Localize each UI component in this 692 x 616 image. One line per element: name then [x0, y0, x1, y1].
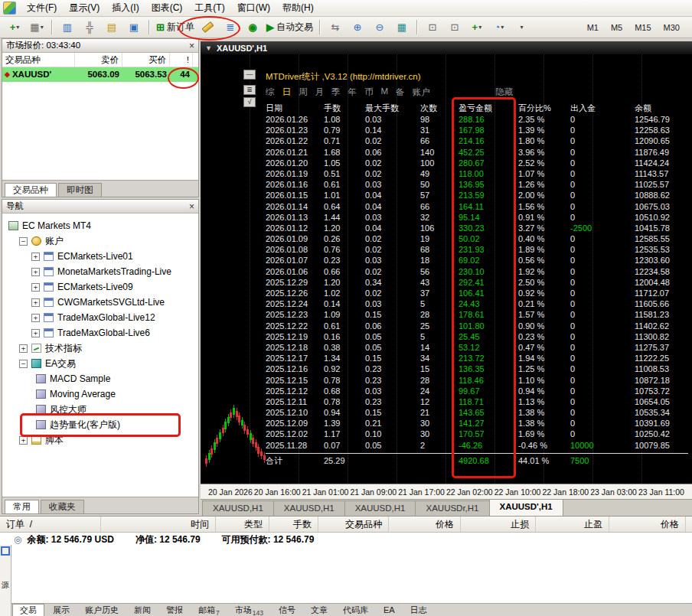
collapse-box-icon[interactable]: − — [19, 360, 28, 368]
add-indicator-button[interactable]: +▾ — [466, 18, 488, 37]
panel-tab[interactable]: 账户 — [413, 86, 430, 98]
collapse-arrow-icon[interactable]: ▼ — [205, 44, 212, 52]
terminal-column-header[interactable]: 订单 / — [0, 517, 101, 532]
tree-item-ea[interactable]: 风控大师 — [2, 402, 198, 417]
period-clock-button[interactable]: ◔▾ — [488, 18, 510, 37]
panel-tab[interactable]: 日 — [282, 86, 292, 98]
menu-item[interactable]: 图表(C) — [145, 0, 189, 16]
chart-canvas[interactable]: — ≣ √ MTDriver统计 ,V3.12 (http://mtdriver… — [201, 54, 692, 484]
terminal-tab[interactable]: 日志 — [403, 605, 434, 616]
expand-box-icon[interactable]: + — [31, 253, 40, 261]
tree-item-account[interactable]: +CWGMarketsSVGLtd-Live — [2, 295, 198, 310]
indicator-list-button[interactable]: ≣ — [220, 18, 241, 37]
chart-shift-button[interactable]: ⇆ — [325, 18, 346, 37]
expand-box-icon[interactable]: + — [31, 298, 40, 307]
terminal-column-header[interactable]: 价格 — [389, 517, 461, 532]
panel-tab[interactable]: M — [381, 86, 389, 98]
tab-tick-chart[interactable]: 即时图 — [58, 183, 102, 197]
terminal-column-header[interactable]: 手数 — [269, 517, 318, 532]
terminal-column-header[interactable]: 止盈 — [536, 517, 609, 532]
dock-strip[interactable]: 源 — [0, 545, 11, 616]
data-window-button[interactable]: ╬ — [79, 18, 100, 37]
tree-item-account[interactable]: +TradeMaxGlobal-Live12 — [2, 310, 198, 325]
panel-minimize-button[interactable]: — — [243, 70, 256, 80]
chart-tab[interactable]: XAUUSD',H1 — [489, 499, 563, 516]
menu-item[interactable]: 插入(I) — [106, 0, 145, 16]
tab-common[interactable]: 常用 — [5, 500, 39, 513]
expand-box-icon[interactable]: + — [19, 344, 28, 353]
menu-item[interactable]: 帮助(H) — [276, 0, 320, 16]
metaeditor-button[interactable] — [197, 18, 219, 37]
zoom-in-button[interactable]: ⊕ — [347, 18, 368, 37]
panel-tab[interactable]: 币 — [364, 86, 374, 98]
terminal-column-header[interactable]: 类型 — [216, 517, 269, 532]
market-watch-titlebar[interactable]: 市场报价: 03:43:40 × — [2, 39, 198, 53]
arrange-windows-button[interactable]: ⊡ — [444, 18, 465, 37]
collapse-box-icon[interactable]: − — [19, 237, 28, 246]
column-ask[interactable]: 买价 — [122, 53, 170, 67]
tree-item-account[interactable]: +ECMarkets-Live09 — [2, 279, 198, 295]
panel-settings-button[interactable]: ≣ — [243, 85, 256, 95]
panel-hide-button[interactable]: 隐藏 — [495, 86, 513, 98]
tree-root[interactable]: EC Markets MT4 — [2, 218, 198, 233]
terminal-tab[interactable]: 文章 — [304, 605, 335, 616]
chart-tab[interactable]: XAUUSD,H1 — [273, 500, 345, 516]
tree-accounts-folder[interactable]: −账户 — [2, 233, 198, 249]
terminal-tab[interactable]: EA — [377, 605, 402, 616]
menu-item[interactable]: 窗口(W) — [231, 0, 276, 16]
chart-tab[interactable]: XAUUSD,H1 — [344, 500, 416, 516]
panel-tab[interactable]: 月 — [315, 86, 325, 98]
tree-item-account[interactable]: +MonetaMarketsTrading-Live — [2, 264, 198, 279]
chart-tab[interactable]: XAUUSDr,H1 — [415, 500, 489, 516]
terminal-tab[interactable]: 交易 — [12, 604, 44, 616]
tree-indicators-folder[interactable]: +技术指标 — [2, 341, 198, 356]
auto-trading-button[interactable]: ▶自动交易 — [264, 18, 315, 37]
menu-item[interactable]: 文件(F) — [21, 0, 63, 16]
menu-item[interactable]: 显示(V) — [63, 0, 106, 16]
column-spread[interactable]: ! — [170, 53, 193, 67]
chart-tab[interactable]: XAUUSD,H1 — [202, 500, 274, 516]
tree-item-ea[interactable]: Moving Average — [2, 386, 198, 402]
navigator-button[interactable]: ▤ — [101, 18, 122, 37]
new-chart-button[interactable]: +▾ — [4, 18, 25, 37]
panel-tab[interactable]: 周 — [299, 86, 308, 98]
new-order-button[interactable]: ⊞新订单 — [154, 18, 197, 37]
expand-box-icon[interactable]: + — [31, 329, 40, 337]
panel-tab[interactable]: 年 — [348, 86, 357, 98]
tree-item-ea[interactable]: MACD Sample — [2, 371, 198, 386]
terminal-tab[interactable]: 市场143 — [228, 605, 270, 616]
panel-tab[interactable]: 备 — [396, 86, 405, 98]
tree-item-account[interactable]: +ECMarkets-Live01 — [2, 249, 198, 264]
column-symbol[interactable]: 交易品种 — [2, 53, 75, 67]
period-button[interactable]: M1 — [582, 21, 604, 34]
terminal-tab[interactable]: 展示 — [46, 605, 77, 616]
terminal-column-header[interactable]: 交易品种 — [318, 517, 389, 532]
tree-item-account[interactable]: +TradeMaxGlobal-Live6 — [2, 325, 198, 341]
expand-box-icon[interactable]: + — [19, 436, 28, 445]
expand-box-icon[interactable]: + — [31, 268, 40, 276]
expand-box-icon[interactable]: + — [31, 283, 40, 292]
chart-titlebar[interactable]: ▼ XAUUSD',H1 — [201, 41, 692, 54]
terminal-tab[interactable]: 信号 — [272, 605, 302, 616]
terminal-tab[interactable]: 警报 — [159, 605, 190, 616]
navigator-titlebar[interactable]: 导航 × — [2, 200, 198, 213]
panel-confirm-button[interactable]: √ — [243, 97, 256, 107]
tree-scripts-folder[interactable]: +脚本 — [2, 432, 198, 448]
terminal-column-header[interactable]: 时间 — [101, 517, 216, 532]
terminal-tab[interactable]: 邮箱7 — [191, 605, 227, 616]
profiles-button[interactable]: ▦▾ — [26, 18, 47, 37]
terminal-column-header[interactable]: 价格 — [609, 517, 686, 532]
period-button[interactable]: M5 — [606, 21, 628, 34]
expand-box-icon[interactable]: + — [31, 314, 40, 322]
period-button[interactable]: M15 — [629, 21, 656, 34]
tab-symbols[interactable]: 交易品种 — [5, 183, 57, 197]
zoom-out-button[interactable]: ⊖ — [369, 18, 390, 37]
cascade-windows-button[interactable]: ⊡ — [422, 18, 443, 37]
terminal-button[interactable]: ▣ — [123, 18, 145, 37]
menu-item[interactable]: 工具(T) — [188, 0, 230, 16]
terminal-tab[interactable]: 代码库 — [336, 605, 375, 616]
tree-item-ea[interactable]: 趋势量化(客户版) — [2, 417, 198, 432]
tab-favorites[interactable]: 收藏夹 — [41, 500, 84, 513]
terminal-column-header[interactable]: 止损 — [461, 517, 536, 532]
panel-tab[interactable]: 季 — [331, 86, 341, 98]
